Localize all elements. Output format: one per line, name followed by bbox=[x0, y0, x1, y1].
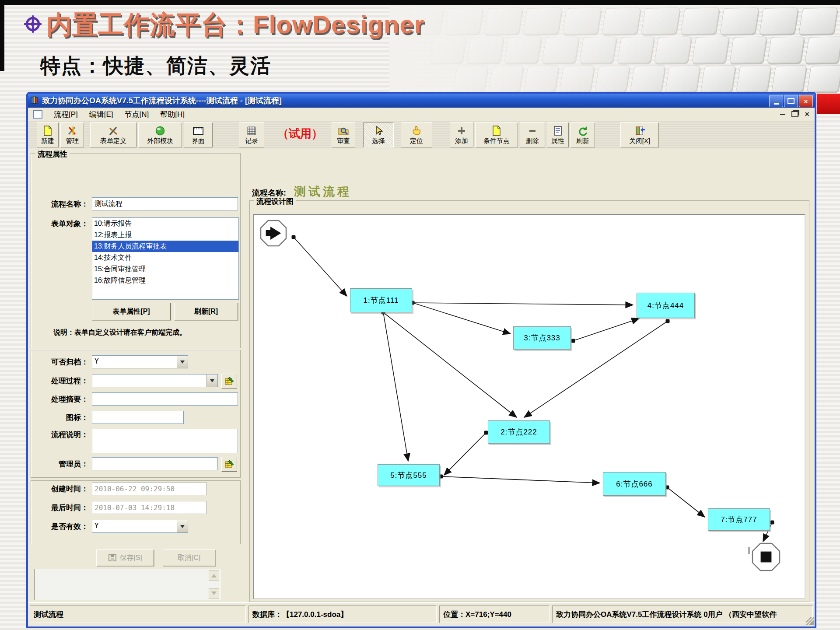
connector-handle[interactable] bbox=[571, 339, 575, 343]
tools-icon bbox=[67, 125, 77, 136]
trial-label: （试用） bbox=[277, 126, 323, 141]
menu-item-help[interactable]: 帮助[H] bbox=[160, 109, 185, 119]
chevron-down-icon[interactable] bbox=[206, 374, 217, 387]
list-item[interactable]: 12:报表上报 bbox=[92, 229, 238, 241]
list-item[interactable]: 15:合同审批管理 bbox=[92, 263, 238, 275]
flow-edges bbox=[254, 215, 805, 599]
toolbar-button-form-define[interactable]: 表单定义 bbox=[90, 122, 136, 147]
flow-node[interactable]: 2:节点222 bbox=[488, 420, 550, 444]
minus-icon bbox=[528, 125, 537, 136]
toolbar-button-new[interactable]: 新建 bbox=[37, 122, 59, 147]
keyboard-photo bbox=[389, 5, 840, 95]
form-object-listbox[interactable]: 10:请示报告12:报表上报13:财务人员流程审批表14:技术文件15:合同审批… bbox=[92, 217, 239, 300]
scroll-up-button[interactable] bbox=[209, 570, 219, 581]
design-group: 流程设计图 1:节点1112:节点2223:节点3334:节点4445:节点55… bbox=[249, 200, 809, 602]
mdi-child-icon bbox=[33, 110, 42, 119]
group-title: 流程属性 bbox=[35, 149, 70, 159]
cancel-button[interactable]: 取消[C] bbox=[163, 550, 215, 566]
valid-select[interactable]: Y bbox=[92, 520, 188, 533]
status-system-info: 致力协同办公OA系统V7.5工作流程设计系统 0用户 （西安中望软件 bbox=[552, 606, 813, 623]
form-note: 说明：表单自定义设计请在客户前端完成。 bbox=[53, 328, 186, 337]
connector-handle[interactable] bbox=[292, 235, 296, 239]
admin-lookup-button[interactable] bbox=[221, 457, 237, 472]
flow-node[interactable]: 4:节点444 bbox=[637, 293, 695, 318]
app-window: 致力协同办公OA系统V7.5工作流程设计系统----测试流程 - [测试流程] … bbox=[26, 92, 816, 628]
window-titlebar[interactable]: 致力协同办公OA系统V7.5工作流程设计系统----测试流程 - [测试流程] … bbox=[28, 94, 815, 108]
mdi-restore-icon[interactable] bbox=[791, 111, 798, 117]
app-icon bbox=[31, 95, 39, 106]
flow-node[interactable]: 7:节点777 bbox=[708, 508, 770, 531]
toolbar-button-refresh[interactable]: 刷新 bbox=[570, 122, 595, 147]
admin-input[interactable] bbox=[92, 457, 218, 470]
created-label: 创建时间： bbox=[38, 484, 88, 494]
toolbar-button-locate[interactable]: 定位 bbox=[401, 122, 432, 147]
icon-input[interactable] bbox=[92, 411, 184, 424]
form-tools-icon bbox=[108, 125, 119, 136]
toolbar-button-close[interactable]: 关闭[X] bbox=[620, 122, 659, 147]
flow-node[interactable]: 1:节点111 bbox=[350, 288, 412, 312]
save-button[interactable]: 保存[S] bbox=[96, 550, 154, 566]
form-props-button[interactable]: 表单属性[P] bbox=[92, 303, 171, 320]
plus-icon bbox=[457, 125, 466, 136]
summary-label: 处理摘要： bbox=[38, 394, 88, 404]
created-input bbox=[92, 482, 206, 495]
toolbar-button-condition-node[interactable]: 条件节点 bbox=[475, 122, 518, 147]
list-item[interactable]: 10:请示报告 bbox=[92, 218, 238, 229]
list-item[interactable]: 13:财务人员流程审批表 bbox=[92, 241, 238, 252]
process-label: 处理过程： bbox=[38, 376, 88, 386]
mdi-minimize-icon[interactable] bbox=[780, 114, 785, 115]
chevron-down-icon[interactable] bbox=[177, 520, 188, 532]
toolbar-button-delete[interactable]: 删除 bbox=[520, 122, 545, 147]
minimize-button[interactable] bbox=[769, 95, 783, 107]
flow-node[interactable]: 6:节点666 bbox=[603, 472, 666, 496]
close-button[interactable]: × bbox=[799, 95, 813, 107]
menu-item-node[interactable]: 节点[N] bbox=[125, 109, 149, 119]
red-accent-band bbox=[817, 94, 840, 114]
toolbar-button-select[interactable]: 选择 bbox=[363, 122, 394, 147]
archive-label: 可否归档： bbox=[38, 357, 88, 367]
flow-node[interactable]: 3:节点333 bbox=[513, 326, 571, 350]
toolbar-button-record[interactable]: 记录 bbox=[239, 122, 264, 147]
scroll-down-button[interactable] bbox=[209, 588, 219, 599]
menu-item-edit[interactable]: 编辑[E] bbox=[89, 109, 113, 119]
toolbar-button-inspect[interactable]: 审查 bbox=[332, 122, 355, 147]
toolbar-button-external-module[interactable]: 外部模块 bbox=[138, 122, 182, 147]
exit-icon bbox=[634, 125, 645, 136]
archive-select[interactable]: Y bbox=[92, 355, 188, 368]
list-item[interactable]: 16:故障信息管理 bbox=[92, 275, 238, 286]
flow-name-input[interactable] bbox=[92, 197, 238, 210]
status-bar: 测试流程 数据库：【127.0.0.1-sdoa】 位置：X=716;Y=440… bbox=[28, 602, 815, 626]
process-select[interactable] bbox=[92, 374, 218, 387]
connector-handle[interactable] bbox=[770, 521, 774, 525]
form-object-label: 表单对象： bbox=[38, 219, 88, 229]
toolbar-button-props[interactable]: 属性 bbox=[547, 122, 569, 147]
hand-icon bbox=[411, 125, 422, 136]
process-lookup-button[interactable] bbox=[221, 374, 237, 388]
list-item[interactable]: 14:技术文件 bbox=[92, 252, 238, 263]
menu-bar: 流程[P]编辑[E]节点[N]帮助[H] × bbox=[28, 108, 815, 121]
flow-properties-panel: 流程属性 流程名称： 表单对象： 10:请示报告12:报表上报13:财务人员流程… bbox=[29, 152, 243, 601]
menu-item-flow[interactable]: 流程[P] bbox=[54, 109, 78, 119]
flow-desc-textarea[interactable] bbox=[92, 429, 238, 453]
connector-handle[interactable] bbox=[666, 319, 670, 323]
toolbar-button-manage[interactable]: 管理 bbox=[60, 122, 84, 147]
modified-input bbox=[92, 501, 206, 514]
icon-label: 图标： bbox=[38, 413, 88, 423]
resize-grip[interactable] bbox=[806, 617, 814, 625]
flow-node[interactable]: 5:节点555 bbox=[378, 464, 440, 486]
admin-label: 管理员： bbox=[38, 459, 88, 469]
toolbar-button-add[interactable]: 添加 bbox=[450, 122, 473, 147]
window-title: 致力协同办公OA系统V7.5工作流程设计系统----测试流程 - [测试流程] bbox=[42, 95, 282, 106]
ui-icon bbox=[192, 125, 204, 136]
refresh-forms-button[interactable]: 刷新[R] bbox=[174, 303, 238, 320]
summary-input[interactable] bbox=[92, 392, 238, 406]
toolbar-button-interface[interactable]: 界面 bbox=[184, 122, 213, 147]
status-position: 位置：X=716;Y=440 bbox=[439, 606, 550, 623]
slide-subtitle: 特点：快捷、简洁、灵活 bbox=[40, 52, 271, 80]
flow-design-canvas[interactable]: 1:节点1112:节点2223:节点3334:节点4445:节点5556:节点6… bbox=[253, 214, 805, 599]
mdi-close-icon[interactable]: × bbox=[805, 110, 809, 118]
message-box bbox=[34, 569, 220, 600]
chevron-down-icon[interactable] bbox=[177, 356, 188, 368]
refresh-icon bbox=[578, 125, 588, 136]
maximize-button[interactable] bbox=[784, 95, 798, 107]
